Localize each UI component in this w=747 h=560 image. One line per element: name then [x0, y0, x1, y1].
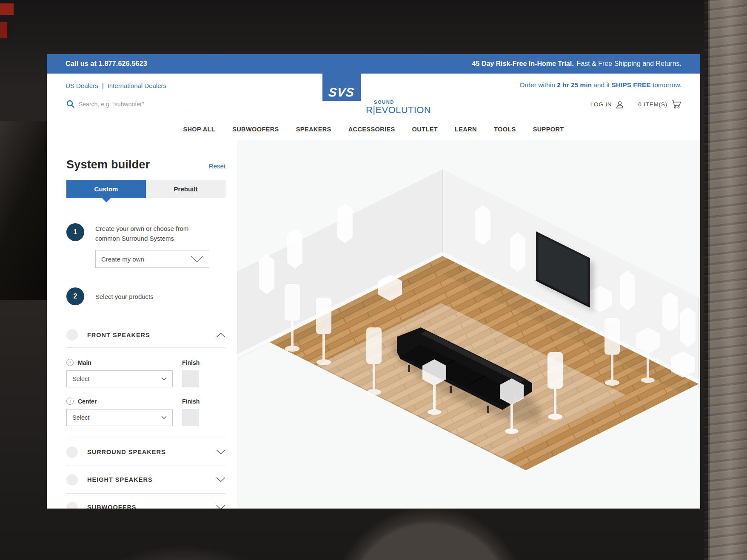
dealer-links: US Dealers | International Dealers [66, 82, 166, 89]
main-speaker-select-value: Select [72, 375, 89, 382]
nav-shop-all[interactable]: SHOP ALL [183, 126, 215, 133]
section-surround-speakers[interactable]: SURROUND SPEAKERS [66, 438, 225, 466]
page-card: Call us at 1.877.626.5623 45 Day Risk-Fr… [47, 54, 700, 509]
section-height-speakers[interactable]: HEIGHT SPEAKERS [66, 466, 225, 493]
wall-end-edge [698, 297, 699, 388]
ghost-speaker-icon [287, 229, 302, 269]
promo-rest-text: Fast & Free Shipping and Returns. [577, 60, 681, 68]
tab-prebuilt[interactable]: Prebuilt [146, 180, 225, 198]
builder-tabs: Custom Prebuilt [66, 180, 225, 198]
center-speaker-select-value: Select [72, 414, 89, 421]
svs-logo[interactable]: SVS [322, 74, 361, 101]
top-bar: Call us at 1.877.626.5623 45 Day Risk-Fr… [47, 54, 700, 74]
header: US Dealers | International Dealers SVS S… [47, 74, 700, 118]
system-type-dropdown[interactable]: Create my own [95, 250, 209, 268]
divider [66, 347, 225, 348]
center-label: Center [78, 398, 97, 405]
account-separator [631, 101, 631, 108]
login-label: LOG IN [590, 101, 612, 108]
background-concrete-pillar [704, 0, 747, 560]
ghost-speaker-icon [259, 254, 274, 294]
page-title: System builder [66, 158, 150, 171]
search-input[interactable] [79, 101, 187, 108]
content-area: System builder Reset Custom Prebuilt 1 C… [47, 140, 700, 509]
chevron-down-icon [191, 256, 203, 263]
info-icon[interactable]: i [66, 398, 74, 405]
step-2: 2 Select your products [66, 287, 225, 305]
center-speaker-field-label: i Center Finish [66, 398, 225, 405]
step-1-badge: 1 [66, 223, 84, 241]
nav-accessories[interactable]: ACCESSORIES [348, 126, 395, 133]
shipping-time: 2 hr 25 min [557, 81, 592, 88]
shipping-mid: and it [592, 81, 612, 88]
section-front-speakers[interactable]: FRONT SPEAKERS [66, 329, 225, 341]
sound-revolution-wordmark: SOUND R|EVOLUTION [366, 100, 431, 115]
user-icon [616, 100, 624, 109]
chevron-down-icon[interactable] [216, 477, 225, 482]
login-button[interactable]: LOG IN [590, 100, 624, 109]
section-icon [66, 474, 78, 486]
sofa-leg [408, 365, 410, 372]
international-dealers-link[interactable]: International Dealers [108, 82, 166, 89]
promo-bold-text: 45 Day Risk-Free In-Home Trial. [472, 60, 573, 68]
ghost-speaker-icon [510, 232, 525, 272]
ghost-speaker-icon [475, 205, 490, 245]
main-finish-label: Finish [182, 359, 200, 366]
reset-button[interactable]: Reset [209, 162, 225, 171]
ghost-speaker-icon [620, 270, 635, 310]
shipping-prefix: Order within [519, 81, 557, 88]
center-finish-label: Finish [182, 398, 200, 405]
section-height-label: HEIGHT SPEAKERS [87, 476, 216, 483]
background-red-accent [0, 3, 14, 15]
main-nav: SHOP ALL SUBWOOFERS SPEAKERS ACCESSORIES… [47, 118, 700, 140]
shipping-ships-free: SHIPS FREE [611, 81, 650, 88]
wordmark-revolution: R|EVOLUTION [366, 105, 431, 115]
room-illustration [237, 140, 700, 509]
nav-learn[interactable]: LEARN [455, 126, 477, 133]
search-icon [66, 100, 74, 108]
shipping-countdown: Order within 2 hr 25 min and it SHIPS FR… [519, 81, 681, 89]
step-2-text: Select your products [95, 291, 191, 301]
section-subwoofers-label: SUBWOOFERS [87, 504, 216, 509]
tab-custom[interactable]: Custom [66, 180, 146, 198]
sofa-leg [487, 406, 489, 413]
background-red-accent [0, 22, 7, 38]
dealer-links-separator: | [102, 82, 104, 89]
system-type-value: Create my own [101, 256, 144, 263]
ghost-speaker-icon [680, 307, 696, 347]
chevron-up-icon[interactable] [216, 333, 225, 338]
step-1: 1 Create your orwn or choose from common… [66, 223, 225, 243]
system-builder-panel: System builder Reset Custom Prebuilt 1 C… [47, 140, 237, 509]
nav-tools[interactable]: TOOLS [494, 126, 516, 133]
main-finish-swatch [182, 370, 199, 387]
main-label: Main [78, 359, 91, 366]
main-speaker-select[interactable]: Select [66, 370, 173, 387]
nav-subwoofers[interactable]: SUBWOOFERS [232, 126, 279, 133]
cart-count-label: 0 ITEM(S) [638, 101, 667, 108]
us-dealers-link[interactable]: US Dealers [66, 82, 98, 89]
section-icon [66, 502, 78, 509]
shipping-suffix: tomorrow. [651, 81, 681, 88]
cart-button[interactable]: 0 ITEM(S) [638, 100, 681, 109]
section-icon [66, 446, 78, 458]
step-2-badge: 2 [66, 287, 84, 305]
search-box[interactable] [66, 98, 188, 112]
center-finish-swatch [182, 409, 199, 426]
center-speaker-select[interactable]: Select [66, 409, 173, 426]
wordmark-sound: SOUND [374, 100, 431, 105]
cart-icon [671, 100, 681, 109]
nav-speakers[interactable]: SPEAKERS [296, 126, 331, 133]
section-icon [66, 329, 78, 341]
step-1-text: Create your orwn or choose from common S… [95, 223, 191, 243]
info-icon[interactable]: i [66, 359, 74, 366]
section-subwoofers[interactable]: SUBWOOFERS [66, 494, 225, 509]
chevron-down-icon[interactable] [216, 505, 225, 509]
room-preview [237, 140, 700, 509]
nav-support[interactable]: SUPPORT [533, 126, 564, 133]
nav-outlet[interactable]: OUTLET [412, 126, 438, 133]
ghost-speaker-icon [662, 292, 678, 332]
main-speaker-field-label: i Main Finish [66, 359, 225, 366]
section-front-speakers-label: FRONT SPEAKERS [87, 332, 216, 338]
account-bar: LOG IN 0 ITEM(S) [590, 100, 681, 109]
chevron-down-icon[interactable] [216, 449, 225, 455]
